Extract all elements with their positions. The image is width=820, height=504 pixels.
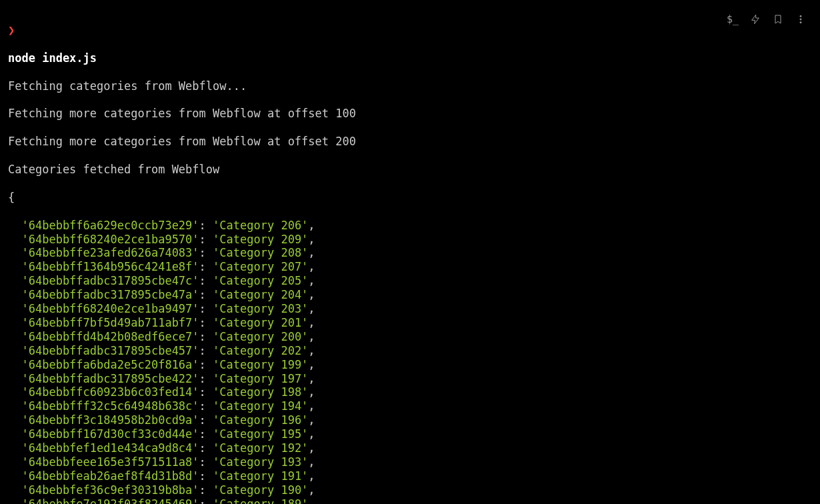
entry-value: 'Category 196'	[213, 413, 308, 427]
entry-value: 'Category 190'	[213, 483, 308, 497]
object-entry: '64bebbff1364b956c4241e8f': 'Category 20…	[8, 260, 812, 274]
object-entry: '64bebbfe7e192f03f8245469': 'Category 18…	[8, 497, 812, 504]
entry-key: '64bebbffe23afed626a74083'	[21, 246, 199, 259]
object-entry: '64bebbff167d30cf33c0d44e': 'Category 19…	[8, 427, 812, 441]
entry-value: 'Category 201'	[213, 316, 308, 329]
entry-value: 'Category 209'	[213, 233, 308, 246]
object-entry: '64bebbff7bf5d49ab711abf7': 'Category 20…	[8, 316, 812, 330]
entry-key: '64bebbff1364b956c4241e8f'	[21, 260, 199, 273]
object-entry: '64bebbff6a629ec0ccb73e29': 'Category 20…	[8, 219, 812, 233]
entry-value: 'Category 200'	[213, 330, 308, 343]
entry-value: 'Category 189'	[213, 497, 308, 504]
more-icon[interactable]	[795, 13, 807, 25]
entry-value: 'Category 206'	[213, 219, 308, 232]
object-entry: '64bebbfff32c5c64948b638c': 'Category 19…	[8, 399, 812, 413]
object-entry: '64bebbff68240e2ce1ba9497': 'Category 20…	[8, 302, 812, 316]
entry-key: '64bebbfeab26aef8f4d31b8d'	[21, 469, 199, 483]
entry-key: '64bebbffc60923b6c03fed14'	[21, 385, 199, 399]
terminal-output[interactable]: ❯ node index.js Fetching categories from…	[0, 0, 820, 504]
entry-key: '64bebbfef1ed1e434ca9d8c4'	[21, 441, 199, 455]
entry-value: 'Category 202'	[213, 344, 308, 357]
entry-value: 'Category 205'	[213, 274, 308, 287]
object-entry: '64bebbffadbc317895cbe47a': 'Category 20…	[8, 288, 812, 302]
object-entry: '64bebbffc60923b6c03fed14': 'Category 19…	[8, 385, 812, 399]
object-entry: '64bebbff68240e2ce1ba9570': 'Category 20…	[8, 233, 812, 247]
entry-value: 'Category 193'	[213, 455, 308, 469]
output-line: Fetching more categories from Webflow at…	[8, 135, 812, 149]
entry-key: '64bebbff3c184958b2b0cd9a'	[21, 413, 199, 427]
output-line: Fetching more categories from Webflow at…	[8, 107, 812, 121]
object-entry: '64bebbfeab26aef8f4d31b8d': 'Category 19…	[8, 469, 812, 483]
svg-point-1	[800, 19, 801, 20]
entry-value: 'Category 197'	[213, 372, 308, 385]
bookmark-icon[interactable]	[772, 13, 784, 25]
prompt: ❯	[8, 23, 812, 37]
entry-key: '64bebbffadbc317895cbe47c'	[21, 274, 199, 287]
entry-key: '64bebbfe7e192f03f8245469'	[21, 497, 199, 504]
entry-value: 'Category 192'	[213, 441, 308, 455]
entry-key: '64bebbff6a629ec0ccb73e29'	[21, 219, 199, 232]
object-entry: '64bebbffd4b42b08edf6ece7': 'Category 20…	[8, 330, 812, 344]
entry-key: '64bebbffadbc317895cbe457'	[21, 344, 199, 357]
entry-value: 'Category 204'	[213, 288, 308, 301]
entry-value: 'Category 195'	[213, 427, 308, 441]
object-entry: '64bebbff3c184958b2b0cd9a': 'Category 19…	[8, 413, 812, 427]
output-line: Fetching categories from Webflow...	[8, 79, 812, 93]
entry-value: 'Category 191'	[213, 469, 308, 483]
output-line: Categories fetched from Webflow	[8, 163, 812, 177]
entry-value: 'Category 199'	[213, 358, 308, 371]
object-entry: '64bebbffadbc317895cbe47c': 'Category 20…	[8, 274, 812, 288]
entry-key: '64bebbfff32c5c64948b638c'	[21, 399, 199, 413]
entry-value: 'Category 207'	[213, 260, 308, 273]
object-entry: '64bebbfeee165e3f571511a8': 'Category 19…	[8, 455, 812, 469]
object-entry: '64bebbfef1ed1e434ca9d8c4': 'Category 19…	[8, 441, 812, 455]
entry-key: '64bebbffa6bda2e5c20f816a'	[21, 358, 199, 371]
svg-point-0	[800, 15, 801, 17]
flash-icon[interactable]	[749, 13, 761, 25]
object-entry: '64bebbffe23afed626a74083': 'Category 20…	[8, 246, 812, 260]
entry-key: '64bebbffadbc317895cbe47a'	[21, 288, 199, 301]
entry-key: '64bebbffadbc317895cbe422'	[21, 372, 199, 385]
entry-key: '64bebbfef36c9ef30319b8ba'	[21, 483, 199, 497]
command-prompt-icon[interactable]: $_	[727, 13, 739, 25]
brace-open: {	[8, 191, 812, 205]
entries-list: '64bebbff6a629ec0ccb73e29': 'Category 20…	[8, 219, 812, 504]
entry-value: 'Category 194'	[213, 399, 308, 413]
object-entry: '64bebbffadbc317895cbe422': 'Category 19…	[8, 372, 812, 386]
entry-key: '64bebbff167d30cf33c0d44e'	[21, 427, 199, 441]
entry-value: 'Category 203'	[213, 302, 308, 315]
entry-key: '64bebbff68240e2ce1ba9570'	[21, 233, 199, 246]
svg-point-2	[800, 22, 801, 23]
object-entry: '64bebbffa6bda2e5c20f816a': 'Category 19…	[8, 358, 812, 372]
entry-key: '64bebbff68240e2ce1ba9497'	[21, 302, 199, 315]
entry-key: '64bebbfeee165e3f571511a8'	[21, 455, 199, 469]
object-entry: '64bebbfef36c9ef30319b8ba': 'Category 19…	[8, 483, 812, 497]
entry-value: 'Category 198'	[213, 385, 308, 399]
object-entry: '64bebbffadbc317895cbe457': 'Category 20…	[8, 344, 812, 358]
command-line: node index.js	[8, 51, 812, 65]
entry-value: 'Category 208'	[213, 246, 308, 259]
entry-key: '64bebbffd4b42b08edf6ece7'	[21, 330, 199, 343]
entry-key: '64bebbff7bf5d49ab711abf7'	[21, 316, 199, 329]
toolbar: $_	[727, 13, 807, 25]
